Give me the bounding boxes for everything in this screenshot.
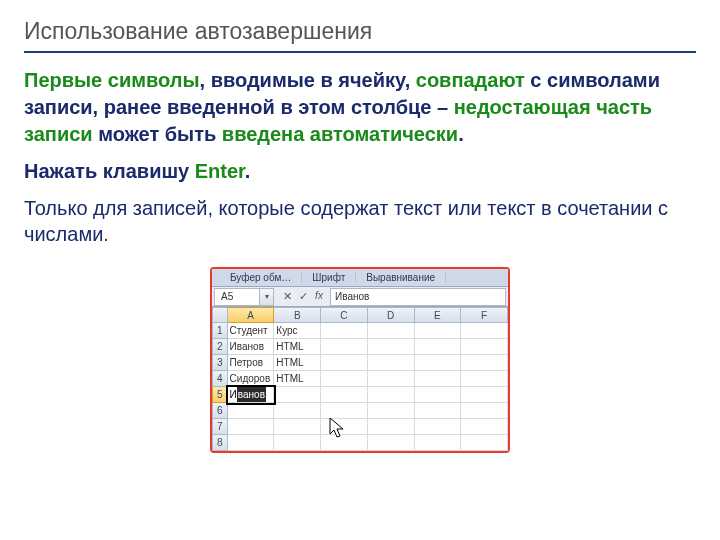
- cell[interactable]: [415, 435, 462, 451]
- row-header[interactable]: 5: [212, 387, 228, 403]
- ribbon-group-font: Шрифт: [302, 272, 356, 283]
- typed-text: И: [230, 387, 237, 403]
- row-header[interactable]: 4: [212, 371, 228, 387]
- cell[interactable]: [321, 435, 368, 451]
- cell[interactable]: [415, 323, 462, 339]
- cell[interactable]: [274, 435, 321, 451]
- cell[interactable]: [321, 339, 368, 355]
- cell[interactable]: HTML: [274, 371, 321, 387]
- cell[interactable]: [321, 323, 368, 339]
- active-cell[interactable]: Иванов: [228, 387, 275, 403]
- row-header[interactable]: 6: [212, 403, 228, 419]
- cell[interactable]: [274, 387, 321, 403]
- cell[interactable]: [321, 403, 368, 419]
- fx-icon[interactable]: fx: [312, 290, 326, 303]
- cell[interactable]: [274, 403, 321, 419]
- cell[interactable]: [461, 403, 508, 419]
- row-header[interactable]: 1: [212, 323, 228, 339]
- paragraph-1: Первые символы, вводимые в ячейку, совпа…: [24, 67, 696, 148]
- cell[interactable]: Курс: [274, 323, 321, 339]
- cell[interactable]: [461, 323, 508, 339]
- cell[interactable]: [321, 355, 368, 371]
- cell[interactable]: [368, 323, 415, 339]
- col-header[interactable]: E: [415, 307, 462, 323]
- paragraph-2: Нажать клавишу Enter.: [24, 158, 696, 185]
- cell[interactable]: [368, 387, 415, 403]
- note-text: Только для записей, которые содержат тек…: [24, 195, 696, 247]
- cell[interactable]: [415, 355, 462, 371]
- enter-icon[interactable]: ✓: [296, 290, 310, 303]
- cell[interactable]: [228, 403, 275, 419]
- row-header[interactable]: 7: [212, 419, 228, 435]
- cell[interactable]: [368, 355, 415, 371]
- cell[interactable]: Иванов: [228, 339, 275, 355]
- row-header[interactable]: 3: [212, 355, 228, 371]
- cell[interactable]: HTML: [274, 339, 321, 355]
- ribbon-group-align: Выравнивание: [356, 272, 446, 283]
- col-header[interactable]: A: [228, 307, 275, 323]
- cell[interactable]: [368, 419, 415, 435]
- cell[interactable]: [415, 371, 462, 387]
- cell[interactable]: [415, 419, 462, 435]
- row-header[interactable]: 8: [212, 435, 228, 451]
- select-all-corner[interactable]: [212, 307, 228, 323]
- col-header[interactable]: F: [461, 307, 508, 323]
- cell[interactable]: HTML: [274, 355, 321, 371]
- cell[interactable]: [415, 387, 462, 403]
- cell[interactable]: [228, 419, 275, 435]
- cell[interactable]: [368, 435, 415, 451]
- name-box-value: A5: [221, 291, 233, 302]
- row-header[interactable]: 2: [212, 339, 228, 355]
- col-header[interactable]: C: [321, 307, 368, 323]
- formula-input[interactable]: Иванов: [330, 288, 506, 306]
- name-box-dropdown-icon[interactable]: ▾: [259, 289, 273, 305]
- title-rule: [24, 51, 696, 53]
- cancel-icon[interactable]: ✕: [280, 290, 294, 303]
- name-box[interactable]: A5 ▾: [214, 288, 274, 306]
- cell[interactable]: [368, 403, 415, 419]
- cell[interactable]: [321, 419, 368, 435]
- spreadsheet-grid[interactable]: A B C D E F 1 Студент Курс 2 Иванов HTML: [212, 307, 508, 451]
- col-header[interactable]: D: [368, 307, 415, 323]
- cell[interactable]: [461, 355, 508, 371]
- cell[interactable]: [368, 339, 415, 355]
- cell[interactable]: Студент: [228, 323, 275, 339]
- page-title: Использование автозавершения: [24, 18, 696, 45]
- cell[interactable]: [415, 403, 462, 419]
- cell[interactable]: [461, 387, 508, 403]
- cell[interactable]: [415, 339, 462, 355]
- cell[interactable]: [368, 371, 415, 387]
- cell[interactable]: Сидоров: [228, 371, 275, 387]
- cell[interactable]: [461, 371, 508, 387]
- cell[interactable]: [274, 419, 321, 435]
- col-header[interactable]: B: [274, 307, 321, 323]
- excel-screenshot: Буфер обм… Шрифт Выравнивание A5 ▾ ✕ ✓ f…: [210, 267, 510, 453]
- cell[interactable]: [461, 435, 508, 451]
- cell[interactable]: [321, 371, 368, 387]
- ribbon-group-clipboard: Буфер обм…: [212, 272, 302, 283]
- cell[interactable]: [321, 387, 368, 403]
- formula-bar: A5 ▾ ✕ ✓ fx Иванов: [212, 287, 508, 307]
- ribbon-groups: Буфер обм… Шрифт Выравнивание: [212, 269, 508, 287]
- formula-input-value: Иванов: [335, 291, 369, 302]
- cell[interactable]: [461, 419, 508, 435]
- cell[interactable]: [228, 435, 275, 451]
- cell[interactable]: Петров: [228, 355, 275, 371]
- autocomplete-suggestion: ванов: [237, 387, 266, 403]
- cell[interactable]: [461, 339, 508, 355]
